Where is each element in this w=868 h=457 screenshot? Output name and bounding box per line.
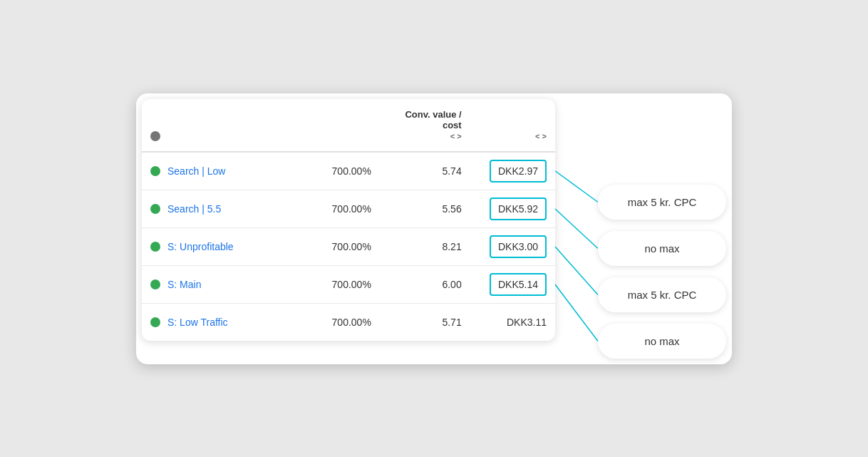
svg-line-3 xyxy=(555,284,598,342)
strategy-link[interactable]: Search | 5.5 xyxy=(167,203,221,215)
target-roas-cell: 700.00% xyxy=(282,227,380,265)
svg-line-1 xyxy=(555,209,598,249)
table-row: S: Main 700.00%6.00DKK5.14 xyxy=(142,265,555,303)
svg-line-0 xyxy=(555,170,598,202)
col-header-bid-strategy xyxy=(142,99,282,152)
table-body: Search | Low 700.00%5.74DKK2.97 Search |… xyxy=(142,152,555,341)
page-container: Conv. value /cost < > < > Search | Low 7… xyxy=(136,93,732,364)
avg-cpc-cell: DKK5.92 xyxy=(470,190,555,227)
status-dot xyxy=(150,279,160,289)
avg-cpc-code-icon: < > xyxy=(535,132,547,140)
callout-bubble-2: no max xyxy=(598,231,726,266)
target-roas-cell: 700.00% xyxy=(282,152,380,190)
avg-cpc-bordered[interactable]: DKK2.97 xyxy=(490,160,547,183)
avg-cpc-bordered[interactable]: DKK5.14 xyxy=(490,273,547,296)
conv-value-cell: 5.71 xyxy=(380,303,470,341)
target-roas-cell: 700.00% xyxy=(282,265,380,303)
svg-line-2 xyxy=(555,247,598,295)
target-roas-cell: 700.00% xyxy=(282,303,380,341)
strategy-link[interactable]: S: Unprofitable xyxy=(167,241,234,252)
callout-bubble-1: max 5 kr. CPC xyxy=(598,185,726,220)
table-row: Search | 5.5 700.00%5.56DKK5.92 xyxy=(142,190,555,227)
status-dot xyxy=(150,242,160,252)
avg-cpc-cell: DKK3.11 xyxy=(470,303,555,341)
callout-container: max 5 kr. CPC no max max 5 kr. CPC no ma… xyxy=(598,185,726,359)
table-wrapper: Conv. value /cost < > < > Search | Low 7… xyxy=(142,99,555,341)
conv-value-cell: 8.21 xyxy=(380,227,470,265)
conv-value-cell: 6.00 xyxy=(380,265,470,303)
status-dot xyxy=(150,204,160,214)
conv-value-code-icon: < > xyxy=(450,132,462,140)
avg-cpc-bordered[interactable]: DKK5.92 xyxy=(490,197,547,220)
table-header-row: Conv. value /cost < > < > xyxy=(142,99,555,152)
col-header-avg-cpc: < > xyxy=(470,99,555,152)
table-row: S: Low Traffic 700.00%5.71DKK3.11 xyxy=(142,303,555,341)
strategy-link[interactable]: Search | Low xyxy=(167,165,225,177)
col-header-target-roas xyxy=(282,99,380,152)
col-header-conv-value: Conv. value /cost < > xyxy=(380,99,470,152)
avg-cpc-bordered[interactable]: DKK3.00 xyxy=(490,235,547,258)
avg-cpc-cell: DKK3.00 xyxy=(470,227,555,265)
callout-bubble-3: max 5 kr. CPC xyxy=(598,277,726,312)
row-name-cell: Search | Low xyxy=(142,153,282,190)
status-dot xyxy=(150,317,160,327)
inner-layout: Conv. value /cost < > < > Search | Low 7… xyxy=(142,99,726,359)
strategy-link[interactable]: S: Low Traffic xyxy=(167,317,228,328)
table-row: S: Unprofitable 700.00%8.21DKK3.00 xyxy=(142,227,555,265)
bid-strategy-table: Conv. value /cost < > < > Search | Low 7… xyxy=(142,99,555,341)
conv-value-cell: 5.74 xyxy=(380,152,470,190)
row-name-cell: Search | 5.5 xyxy=(142,190,282,227)
row-name-cell: S: Main xyxy=(142,266,282,303)
avg-cpc-plain: DKK3.11 xyxy=(507,317,547,328)
table-row: Search | Low 700.00%5.74DKK2.97 xyxy=(142,152,555,190)
status-dot xyxy=(150,166,160,176)
row-name-cell: S: Low Traffic xyxy=(142,304,282,341)
header-dot-icon xyxy=(150,131,160,141)
strategy-link[interactable]: S: Main xyxy=(167,279,201,290)
row-name-cell: S: Unprofitable xyxy=(142,228,282,265)
callout-bubble-4: no max xyxy=(598,324,726,359)
avg-cpc-cell: DKK2.97 xyxy=(470,152,555,190)
avg-cpc-cell: DKK5.14 xyxy=(470,265,555,303)
target-roas-cell: 700.00% xyxy=(282,190,380,227)
conv-value-cell: 5.56 xyxy=(380,190,470,227)
